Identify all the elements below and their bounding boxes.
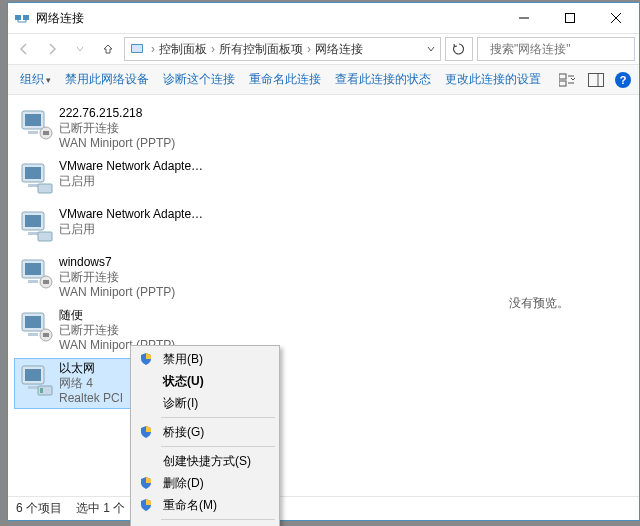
chevron-right-icon: ›: [211, 42, 215, 56]
connection-status: 已启用: [59, 222, 205, 237]
shield-icon: [139, 498, 153, 512]
chevron-right-icon: ›: [151, 42, 155, 56]
control-panel-icon: [129, 41, 145, 57]
svg-rect-10: [559, 74, 566, 79]
separator: [161, 519, 275, 520]
no-preview-text: 没有预览。: [509, 296, 569, 310]
svg-rect-23: [28, 184, 38, 187]
connection-device: WAN Miniport (PPTP): [59, 285, 175, 300]
organize-menu[interactable]: 组织▾: [16, 71, 55, 88]
back-button[interactable]: [12, 37, 36, 61]
connection-status: 已断开连接: [59, 270, 175, 285]
ethernet-icon: [19, 361, 55, 401]
shield-icon: [139, 352, 153, 366]
diagnose-button[interactable]: 诊断这个连接: [159, 71, 239, 88]
adapter-icon: [19, 159, 55, 199]
svg-rect-22: [25, 167, 41, 179]
svg-rect-40: [25, 369, 41, 381]
connection-status: 网络 4: [59, 376, 123, 391]
breadcrumb-item[interactable]: 所有控制面板项: [217, 41, 305, 58]
ctx-shortcut[interactable]: 创建快捷方式(S): [133, 450, 277, 472]
wan-icon: [19, 106, 55, 146]
rename-button[interactable]: 重命名此连接: [245, 71, 325, 88]
ctx-delete[interactable]: 删除(D): [133, 472, 277, 494]
wan-icon: [19, 308, 55, 348]
connection-status: 已启用: [59, 174, 205, 189]
address-bar: › 控制面板 › 所有控制面板项 › 网络连接: [8, 33, 639, 65]
status-bar: 6 个项目 选中 1 个: [8, 496, 639, 520]
separator: [161, 417, 275, 418]
help-button[interactable]: ?: [615, 72, 631, 88]
preview-pane: 没有预览。: [439, 95, 639, 496]
breadcrumb[interactable]: › 控制面板 › 所有控制面板项 › 网络连接: [124, 37, 441, 61]
connection-device: WAN Miniport (PPTP): [59, 136, 175, 151]
svg-rect-26: [25, 215, 41, 227]
preview-pane-button[interactable]: [587, 71, 605, 89]
item-count: 6 个项目: [16, 500, 62, 517]
connection-item[interactable]: VMware Network Adapter VMnet1 已启用: [14, 156, 210, 202]
maximize-button[interactable]: [547, 3, 593, 33]
disable-device-button[interactable]: 禁用此网络设备: [61, 71, 153, 88]
ctx-rename[interactable]: 重命名(M): [133, 494, 277, 516]
svg-rect-7: [132, 45, 142, 52]
search-input[interactable]: [477, 37, 635, 61]
breadcrumb-item[interactable]: 控制面板: [157, 41, 209, 58]
svg-rect-31: [28, 280, 38, 283]
connection-name: VMware Network Adapter VMnet1: [59, 159, 205, 174]
forward-button[interactable]: [40, 37, 64, 61]
context-menu: 禁用(B) 状态(U) 诊断(I) 桥接(G) 创建快捷方式(S) 删除(D) …: [130, 345, 280, 526]
minimize-button[interactable]: [501, 3, 547, 33]
adapter-icon: [19, 207, 55, 247]
ctx-disable[interactable]: 禁用(B): [133, 348, 277, 370]
window-title: 网络连接: [36, 10, 84, 27]
connection-item[interactable]: 222.76.215.218 已断开连接 WAN Miniport (PPTP): [14, 103, 210, 154]
ctx-diagnose[interactable]: 诊断(I): [133, 392, 277, 414]
svg-rect-11: [559, 81, 566, 86]
svg-rect-38: [43, 333, 49, 337]
connection-name: 随便: [59, 308, 175, 323]
search-field[interactable]: [490, 42, 640, 56]
svg-rect-18: [28, 131, 38, 134]
close-button[interactable]: [593, 3, 639, 33]
chevron-right-icon: ›: [307, 42, 311, 56]
svg-rect-43: [40, 388, 43, 393]
shield-icon: [139, 476, 153, 490]
view-status-button[interactable]: 查看此连接的状态: [331, 71, 435, 88]
svg-rect-41: [28, 386, 38, 389]
svg-rect-17: [25, 114, 41, 126]
separator: [161, 446, 275, 447]
ctx-bridge[interactable]: 桥接(G): [133, 421, 277, 443]
svg-rect-28: [38, 232, 52, 241]
shield-icon: [139, 425, 153, 439]
connection-item[interactable]: VMware Network Adapter VMnet8 已启用: [14, 204, 210, 250]
svg-rect-30: [25, 263, 41, 275]
connection-name: 以太网: [59, 361, 123, 376]
ctx-status[interactable]: 状态(U): [133, 370, 277, 392]
connection-status: 已断开连接: [59, 121, 175, 136]
svg-rect-24: [38, 184, 52, 193]
network-icon: [14, 10, 30, 26]
view-options-button[interactable]: [559, 71, 577, 89]
dropdown-icon[interactable]: [426, 44, 436, 54]
connection-item[interactable]: windows7 已断开连接 WAN Miniport (PPTP): [14, 252, 210, 303]
svg-rect-14: [589, 73, 604, 86]
refresh-button[interactable]: [445, 37, 473, 61]
toolbar: 组织▾ 禁用此网络设备 诊断这个连接 重命名此连接 查看此连接的状态 更改此连接…: [8, 65, 639, 95]
svg-rect-1: [23, 15, 29, 20]
svg-rect-33: [43, 280, 49, 284]
breadcrumb-item[interactable]: 网络连接: [313, 41, 365, 58]
up-button[interactable]: [96, 37, 120, 61]
svg-rect-36: [28, 333, 38, 336]
connection-name: VMware Network Adapter VMnet8: [59, 207, 205, 222]
svg-rect-35: [25, 316, 41, 328]
change-settings-button[interactable]: 更改此连接的设置: [441, 71, 545, 88]
connection-status: 已断开连接: [59, 323, 175, 338]
content-area: 222.76.215.218 已断开连接 WAN Miniport (PPTP)…: [8, 95, 639, 496]
recent-dropdown[interactable]: [68, 37, 92, 61]
svg-rect-0: [15, 15, 21, 20]
wan-icon: [19, 255, 55, 295]
connection-name: 222.76.215.218: [59, 106, 175, 121]
svg-rect-27: [28, 232, 38, 235]
titlebar: 网络连接: [8, 3, 639, 33]
svg-rect-3: [566, 14, 575, 23]
